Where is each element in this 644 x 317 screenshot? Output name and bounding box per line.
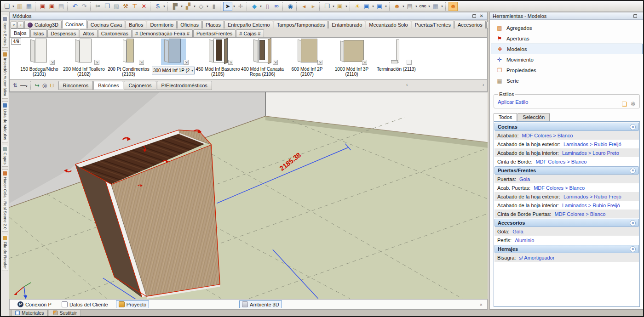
- category-tab[interactable]: Cantoneiras: [98, 29, 132, 37]
- property-value-link[interactable]: MDF Colores > Blanco: [554, 211, 605, 217]
- toolbar-icon[interactable]: ❒: [322, 2, 332, 11]
- catalog-tab[interactable]: Oficinas: [177, 21, 202, 28]
- dropdown-caret-icon[interactable]: ▾: [232, 5, 236, 8]
- dropdown-caret-icon[interactable]: ▾: [206, 5, 209, 8]
- catalog-tab[interactable]: Entrepaño Externo: [224, 21, 273, 28]
- property-section-header[interactable]: Accesorios «: [494, 219, 639, 227]
- module-expand-icon[interactable]: ⇲: [94, 60, 99, 65]
- toolbar-icon[interactable]: ✂: [93, 2, 103, 11]
- insert-icon[interactable]: ↪: [35, 82, 40, 89]
- toolbar-icon[interactable]: ▣: [38, 2, 47, 11]
- collapse-icon[interactable]: «: [630, 246, 636, 252]
- tools-menu-item[interactable]: ▤ Agregados: [491, 23, 643, 33]
- property-section-header[interactable]: Herrajes «: [494, 245, 639, 253]
- toolbar-icon[interactable]: [319, 2, 321, 11]
- module-group-tab[interactable]: P/Electrodomésticos: [157, 81, 212, 90]
- property-value-link[interactable]: MDF Colores > Blanco: [522, 133, 573, 138]
- tab-dropdown-button[interactable]: ˅: [11, 22, 17, 28]
- statusbar-button[interactable]: Ambiente 3D: [239, 300, 282, 308]
- module-item[interactable]: Terminación (2113) Terminación (2113)▾: [374, 38, 419, 72]
- module-expand-icon[interactable]: ⇲: [362, 60, 367, 65]
- tools-menu-item[interactable]: ❖ Modelos: [491, 44, 643, 54]
- toolbar-icon[interactable]: CNC: [418, 2, 427, 11]
- toolbar-icon[interactable]: ☀: [353, 2, 362, 11]
- category-tab[interactable]: Despensas: [47, 29, 79, 37]
- catalog-tab[interactable]: Mecanizado Solo: [366, 21, 411, 28]
- toolbar-icon[interactable]: ▣: [47, 2, 57, 11]
- pin-icon[interactable]: [633, 14, 637, 18]
- module-expand-icon[interactable]: ⇲: [139, 60, 144, 65]
- module-expand-icon[interactable]: [407, 60, 412, 65]
- tools-menu-item[interactable]: ✛ Movimiento: [491, 54, 643, 65]
- category-tab[interactable]: # Cajas #: [236, 29, 264, 37]
- sort-icon[interactable]: ⇅: [13, 82, 17, 89]
- module-item[interactable]: ⇲ 300 Mód Inf 1P (2(2104) 300 Mód Inf 1P…: [151, 38, 196, 74]
- toolbar-icon[interactable]: ▞: [184, 2, 193, 11]
- toolbar-icon[interactable]: ◆: [250, 2, 259, 11]
- property-value-link[interactable]: Laminados > Rubio Freijó: [564, 194, 621, 199]
- toolbar-icon[interactable]: [350, 2, 351, 11]
- toolbar-icon[interactable]: ✕: [139, 2, 149, 11]
- dropdown-caret-icon[interactable]: ▾: [12, 5, 15, 8]
- tab-scroll-left-button[interactable]: ‹: [17, 22, 24, 28]
- sidebar-tab[interactable]: Lista de Módulos: [2, 101, 8, 142]
- sidebar-tab[interactable]: Items Extras: [2, 15, 8, 48]
- dropdown-caret-icon[interactable]: ▾: [402, 5, 405, 8]
- toolbar-icon[interactable]: ▣: [375, 2, 384, 11]
- toolbar-icon[interactable]: ▛: [171, 2, 180, 11]
- tools-menu-item[interactable]: ❐ Propiedades: [491, 65, 643, 75]
- dropdown-caret-icon[interactable]: ▾: [332, 5, 335, 8]
- tools-menu-item[interactable]: ⚑ Aperturas: [491, 33, 643, 44]
- toolbar-icon[interactable]: ↷: [80, 2, 89, 11]
- module-item[interactable]: ⇲ 400 Mód Inf CanastaRopa (2106) 400 Mód…: [240, 38, 285, 77]
- property-value-link[interactable]: MDF Colores > Blanco: [535, 159, 586, 164]
- module-item[interactable]: ⇲ 450 Mód Inf Basurero(2105) 450 Mód Inf…: [196, 38, 240, 77]
- catalog-tab[interactable]: Accesorios: [454, 21, 486, 28]
- footer-scroll-right[interactable]: ›: [483, 82, 484, 87]
- module-group-tab[interactable]: Rinconeros: [58, 81, 93, 90]
- property-value-link[interactable]: Gola: [519, 176, 530, 182]
- toolbar-icon[interactable]: ☻: [448, 2, 458, 11]
- property-section-header[interactable]: Cocinas «: [494, 123, 639, 131]
- toolbar-icon[interactable]: ▦: [431, 2, 440, 11]
- property-value-link[interactable]: Laminados > Rubio Freijó: [562, 203, 620, 208]
- toolbar-icon[interactable]: 3D: [272, 2, 281, 11]
- footer-scroll-left[interactable]: ‹: [406, 82, 408, 87]
- dropdown-caret-icon[interactable]: ▾: [193, 5, 196, 8]
- dropdown-caret-icon[interactable]: ▾: [384, 5, 388, 8]
- toolbar-icon[interactable]: [296, 2, 298, 11]
- property-value-link[interactable]: MDF Colores > Blanco: [534, 185, 585, 191]
- toolbar-icon[interactable]: ◇: [196, 2, 206, 11]
- catalog-tab[interactable]: Tampos/Tamponados: [274, 21, 328, 28]
- module-item[interactable]: ⇲ 150 Bodega/Nicho(2101) 150 Bodega/Nich…: [17, 38, 62, 77]
- toolbar-icon[interactable]: ❐: [103, 2, 112, 11]
- toolbar-icon[interactable]: ▣: [335, 2, 345, 11]
- styles-tab[interactable]: Selección: [518, 113, 550, 121]
- search-icon[interactable]: ◎: [42, 82, 47, 89]
- module-expand-icon[interactable]: ⇲: [317, 60, 322, 65]
- property-value-link[interactable]: Laminados > Louro Preto: [562, 150, 619, 156]
- toolbar-icon[interactable]: [282, 2, 284, 11]
- catalog-tab[interactable]: Placas: [202, 21, 224, 28]
- dropdown-caret-icon[interactable]: ▾: [440, 5, 444, 8]
- toolbar-icon[interactable]: $: [153, 2, 162, 11]
- module-expand-icon[interactable]: ⇲: [228, 60, 233, 65]
- dropdown-caret-icon[interactable]: ▾: [371, 5, 375, 8]
- toolbar-icon[interactable]: [67, 2, 69, 11]
- toolbar-icon[interactable]: ✛: [236, 2, 245, 11]
- sidebar-tab[interactable]: Fila de Render: [2, 234, 8, 271]
- toolbar-icon[interactable]: ◉: [286, 2, 295, 11]
- module-item[interactable]: ⇲ 200 Pt Condimentos(2103) 200 Pt Condim…: [106, 38, 151, 77]
- category-tab[interactable]: Altos: [80, 29, 97, 37]
- catalog-tab[interactable]: Dormitorio: [147, 21, 177, 28]
- toolbar-icon[interactable]: [35, 2, 37, 11]
- dropdown-caret-icon[interactable]: ▾: [180, 5, 184, 8]
- new-style-icon[interactable]: ❏: [621, 101, 627, 108]
- catalog-tab[interactable]: Puertas/Frentes: [412, 21, 454, 28]
- catalog-tab[interactable]: Catalog3D: [24, 21, 62, 28]
- module-group-tab[interactable]: Balcónes: [93, 81, 123, 90]
- property-value-link[interactable]: Laminados > Rubio Freijó: [564, 142, 621, 147]
- toolbar-icon[interactable]: ▦: [24, 2, 34, 11]
- toolbar-icon[interactable]: [150, 2, 152, 11]
- property-value-link[interactable]: Aluminio: [515, 238, 534, 243]
